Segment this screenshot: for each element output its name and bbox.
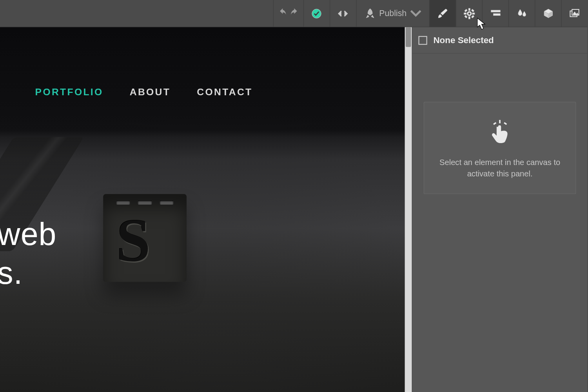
images-icon xyxy=(569,8,580,19)
selection-checkbox-icon xyxy=(418,36,427,44)
svg-rect-8 xyxy=(465,15,467,18)
scrollbar-thumb[interactable] xyxy=(406,27,411,47)
undo-icon xyxy=(278,8,288,18)
rocket-icon xyxy=(364,8,376,19)
svg-rect-10 xyxy=(493,13,500,15)
main-area: S PORTFOLIO ABOUT CONTACT web s. None Se… xyxy=(0,27,588,392)
status-ok-button[interactable] xyxy=(303,0,330,27)
top-toolbar: Publish xyxy=(0,0,588,27)
undo-redo-group xyxy=(273,0,303,27)
design-canvas[interactable]: S PORTFOLIO ABOUT CONTACT web s. xyxy=(0,27,405,392)
assets-panel-tab[interactable] xyxy=(535,0,561,27)
svg-rect-2 xyxy=(468,16,470,19)
images-panel-tab[interactable] xyxy=(561,0,587,27)
style-panel-tab[interactable] xyxy=(429,0,456,27)
check-circle-icon xyxy=(311,8,322,19)
panel-body: Select an element in the canvas to activ… xyxy=(412,54,588,194)
empty-state-card: Select an element in the canvas to activ… xyxy=(424,102,576,194)
canvas-wrap: S PORTFOLIO ABOUT CONTACT web s. xyxy=(0,27,412,392)
toolbar-spacer xyxy=(0,0,273,27)
settings-panel-tab[interactable] xyxy=(456,0,482,27)
cube-icon xyxy=(543,8,554,19)
svg-rect-6 xyxy=(471,15,474,18)
layout-panel-tab[interactable] xyxy=(482,0,508,27)
canvas-background-prop: S xyxy=(103,194,187,282)
svg-rect-7 xyxy=(471,9,474,12)
svg-rect-15 xyxy=(503,122,506,125)
selection-label: None Selected xyxy=(433,35,494,45)
hero-line-1: web xyxy=(0,216,57,252)
chevron-down-icon xyxy=(410,8,421,19)
right-panel: None Selected Select an element in the c… xyxy=(412,27,588,392)
canvas-vertical-scrollbar[interactable] xyxy=(405,27,412,392)
empty-state-text: Select an element in the canvas to activ… xyxy=(435,157,565,180)
publish-label: Publish xyxy=(379,9,407,18)
selection-row[interactable]: None Selected xyxy=(412,27,588,53)
redo-icon xyxy=(289,8,299,18)
nav-link-about[interactable]: ABOUT xyxy=(130,87,171,98)
svg-rect-4 xyxy=(472,13,474,14)
hero-text: web s. xyxy=(0,216,57,290)
gear-icon xyxy=(463,8,475,19)
layout-icon xyxy=(490,8,501,19)
svg-rect-14 xyxy=(493,122,496,125)
svg-rect-9 xyxy=(491,10,500,12)
undo-button[interactable] xyxy=(278,8,288,19)
publish-button[interactable]: Publish xyxy=(356,0,429,27)
hero-line-2: s. xyxy=(0,255,57,291)
droplets-icon xyxy=(516,8,528,19)
redo-button[interactable] xyxy=(289,8,299,19)
code-icon xyxy=(337,8,348,19)
svg-rect-3 xyxy=(464,13,466,14)
svg-rect-5 xyxy=(465,9,467,12)
interactions-panel-tab[interactable] xyxy=(508,0,535,27)
svg-rect-1 xyxy=(468,8,470,11)
nav-link-contact[interactable]: CONTACT xyxy=(197,87,252,98)
svg-rect-13 xyxy=(499,120,501,123)
paintbrush-icon xyxy=(437,8,448,19)
nav-link-portfolio[interactable]: PORTFOLIO xyxy=(35,87,103,98)
site-nav: PORTFOLIO ABOUT CONTACT xyxy=(35,87,253,98)
click-hand-icon xyxy=(490,120,510,143)
code-button[interactable] xyxy=(330,0,356,27)
